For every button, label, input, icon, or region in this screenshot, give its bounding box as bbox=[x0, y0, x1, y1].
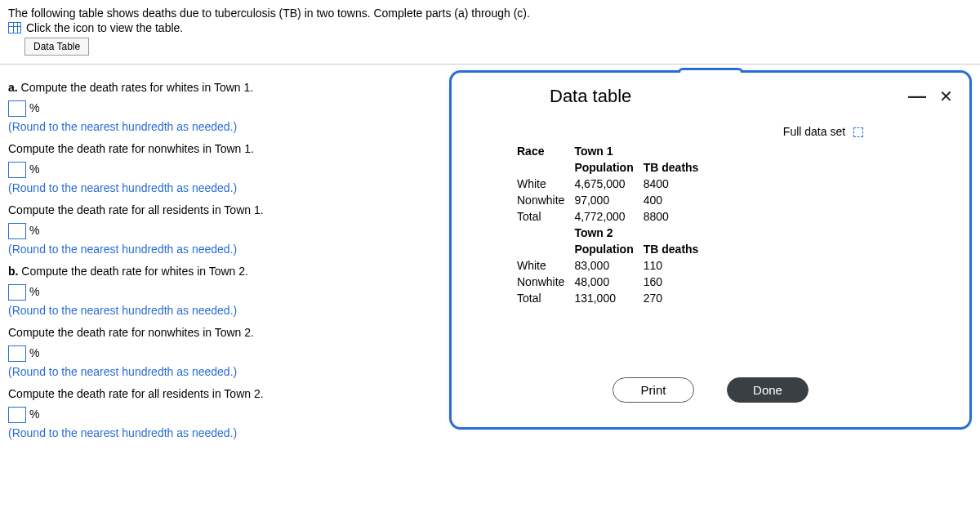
data-table-modal: Data table — ✕ Full data set Race Town 1… bbox=[449, 70, 972, 430]
data-table: Race Town 1 Population TB deaths White 4… bbox=[517, 143, 969, 306]
cell-value: 4,675,000 bbox=[574, 176, 643, 192]
table-row: Race Town 1 bbox=[517, 143, 708, 159]
percent-label: % bbox=[29, 345, 39, 362]
close-icon[interactable]: ✕ bbox=[939, 88, 953, 105]
cell-value: 270 bbox=[644, 290, 709, 306]
input-a-white-town1[interactable] bbox=[8, 100, 26, 117]
cell-value: 97,000 bbox=[574, 192, 643, 208]
input-b-white-town2[interactable] bbox=[8, 284, 26, 301]
copy-icon[interactable] bbox=[853, 127, 863, 137]
header-population: Population bbox=[574, 159, 643, 176]
print-button[interactable]: Print bbox=[612, 377, 694, 403]
instructions-block: The following table shows deaths due to … bbox=[0, 0, 980, 59]
full-data-set-label: Full data set bbox=[783, 125, 845, 138]
cell-value: 8800 bbox=[644, 208, 709, 225]
row-white: White bbox=[517, 257, 574, 274]
table-row: Population TB deaths bbox=[517, 241, 708, 257]
row-nonwhite: Nonwhite bbox=[517, 274, 574, 290]
cell-value: 8400 bbox=[644, 176, 709, 192]
table-row: White 83,000 110 bbox=[517, 257, 708, 274]
header-town2: Town 2 bbox=[574, 225, 643, 241]
modal-tab-handle[interactable] bbox=[678, 68, 743, 73]
icon-instruction-text: Click the icon to view the table. bbox=[26, 21, 183, 34]
cell-value: 110 bbox=[644, 257, 709, 274]
input-b-nonwhite-town2[interactable] bbox=[8, 345, 26, 362]
input-a-nonwhite-town1[interactable] bbox=[8, 162, 26, 178]
row-nonwhite: Nonwhite bbox=[517, 192, 574, 208]
row-total: Total bbox=[517, 290, 574, 306]
header-tbdeaths: TB deaths bbox=[644, 159, 709, 176]
percent-label: % bbox=[29, 100, 39, 117]
table-row: White 4,675,000 8400 bbox=[517, 176, 708, 192]
question-a-text: Compute the death rates for whites in To… bbox=[21, 81, 254, 94]
intro-text: The following table shows deaths due to … bbox=[8, 7, 972, 20]
percent-label: % bbox=[29, 283, 39, 301]
cell-value: 131,000 bbox=[574, 290, 643, 306]
row-total: Total bbox=[517, 208, 574, 225]
data-table-button[interactable]: Data Table bbox=[24, 38, 89, 56]
row-white: White bbox=[517, 176, 574, 192]
cell-value: 83,000 bbox=[574, 257, 643, 274]
header-tbdeaths: TB deaths bbox=[644, 241, 709, 257]
table-row: Total 4,772,000 8800 bbox=[517, 208, 708, 225]
cell-value: 160 bbox=[644, 274, 709, 290]
percent-label: % bbox=[29, 161, 39, 178]
cell-value: 48,000 bbox=[574, 274, 643, 290]
modal-title: Data table bbox=[550, 86, 631, 107]
question-b-text: Compute the death rate for whites in Tow… bbox=[21, 265, 248, 278]
part-a-label: a. bbox=[8, 81, 18, 94]
cell-value: 4,772,000 bbox=[574, 208, 643, 225]
header-race: Race bbox=[517, 143, 574, 159]
header-population: Population bbox=[574, 241, 643, 257]
cell-value: 400 bbox=[644, 192, 709, 208]
table-icon[interactable] bbox=[8, 22, 21, 33]
minimize-icon[interactable]: — bbox=[908, 87, 924, 105]
part-b-label: b. bbox=[8, 265, 18, 278]
done-button[interactable]: Done bbox=[727, 377, 808, 403]
table-row: Nonwhite 97,000 400 bbox=[517, 192, 708, 208]
input-a-all-town1[interactable] bbox=[8, 223, 26, 239]
header-town1: Town 1 bbox=[574, 143, 643, 159]
percent-label: % bbox=[29, 406, 39, 423]
input-b-all-town2[interactable] bbox=[8, 407, 26, 423]
percent-label: % bbox=[29, 222, 39, 239]
full-data-set-row: Full data set bbox=[452, 110, 969, 143]
table-row: Population TB deaths bbox=[517, 159, 708, 176]
table-row: Nonwhite 48,000 160 bbox=[517, 274, 708, 290]
table-row: Town 2 bbox=[517, 225, 708, 241]
table-row: Total 131,000 270 bbox=[517, 290, 708, 306]
